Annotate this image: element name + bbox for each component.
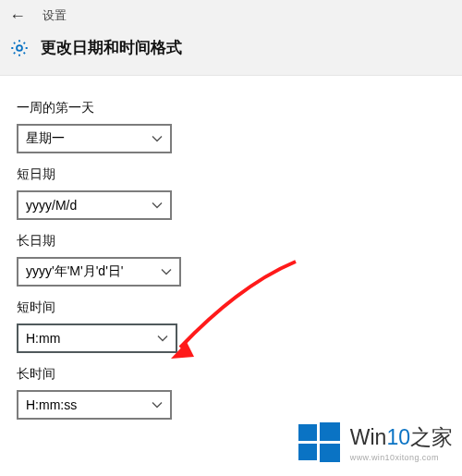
chevron-down-icon [152,399,163,410]
combo-short-date-value: yyyy/M/d [26,198,77,213]
combo-short-time[interactable]: H:mm [17,323,177,353]
combo-short-time-value: H:mm [26,331,60,346]
combo-first-day-value: 星期一 [26,130,65,147]
field-long-time: 长时间 H:mm:ss [17,366,445,420]
svg-rect-4 [320,444,340,462]
combo-long-date[interactable]: yyyy'年'M'月'd'日' [17,257,181,287]
svg-rect-2 [320,422,340,441]
chevron-down-icon [157,333,168,344]
label-long-date: 长日期 [17,233,445,250]
content-area: 一周的第一天 星期一 短日期 yyyy/M/d 长日期 yyyy'年'M'月'd… [0,76,462,438]
combo-long-date-value: yyyy'年'M'月'd'日' [26,263,124,280]
combo-short-date[interactable]: yyyy/M/d [17,190,172,220]
page-title: 更改日期和时间格式 [41,37,182,58]
chevron-down-icon [152,200,163,211]
settings-crumb[interactable]: 设置 [43,7,67,24]
header-bar: ← 设置 更改日期和时间格式 [0,0,462,76]
chevron-down-icon [152,133,163,144]
label-short-date: 短日期 [17,166,445,183]
windows-logo-icon [295,419,343,467]
chevron-down-icon [161,266,172,277]
svg-point-0 [17,45,22,51]
field-short-date: 短日期 yyyy/M/d [17,166,445,220]
field-long-date: 长日期 yyyy'年'M'月'd'日' [17,233,445,287]
combo-long-time-value: H:mm:ss [26,397,77,412]
combo-long-time[interactable]: H:mm:ss [17,390,172,420]
watermark-title: Win10之家 [350,423,453,452]
label-first-day: 一周的第一天 [17,100,445,116]
gear-icon [9,38,30,58]
combo-first-day[interactable]: 星期一 [17,124,172,153]
field-first-day: 一周的第一天 星期一 [17,100,445,153]
label-long-time: 长时间 [17,366,445,383]
watermark-url: www.win10xitong.com [350,453,453,462]
back-button[interactable]: ← [9,7,26,24]
watermark: Win10之家 www.win10xitong.com [295,419,453,467]
svg-rect-1 [298,424,317,441]
label-short-time: 短时间 [17,299,445,316]
field-short-time: 短时间 H:mm [17,299,445,353]
svg-rect-3 [298,444,317,460]
